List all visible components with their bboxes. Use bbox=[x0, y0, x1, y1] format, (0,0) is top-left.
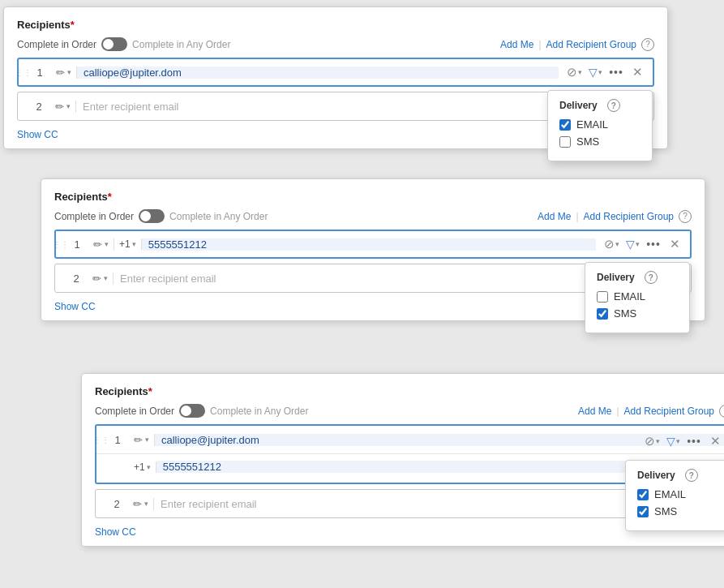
delivery-title-3: Delivery ? bbox=[637, 469, 718, 482]
delivery-dropdown-2: Delivery ? EMAIL SMS bbox=[585, 262, 690, 333]
section-title-2: Recipients* bbox=[54, 191, 692, 203]
filter-btn-1-1[interactable]: ▽ ▾ bbox=[586, 63, 604, 81]
chevron-1-2: ▾ bbox=[66, 102, 71, 110]
email-label-3: EMAIL bbox=[654, 488, 686, 500]
email-input-1-1[interactable] bbox=[77, 67, 559, 79]
row-actions-3-1: ⊘ ▾ ▽ ▾ ••• ✕ bbox=[643, 432, 724, 450]
sms-checkbox-3[interactable] bbox=[637, 506, 649, 517]
pen-icon-2-2: ✏ bbox=[92, 273, 101, 285]
help-icon-2[interactable]: ? bbox=[679, 210, 692, 223]
filter-caret-1-1[interactable]: ▾ bbox=[598, 68, 602, 76]
country-code-3-1[interactable]: +1 ▾ bbox=[129, 461, 156, 473]
phone-input-2-1[interactable] bbox=[142, 238, 596, 251]
drag-handle-1-1[interactable]: ⋮⋮ bbox=[19, 68, 28, 77]
no-sign-btn-2-1[interactable]: ⊘ ▾ bbox=[602, 235, 620, 253]
email-label-2: EMAIL bbox=[614, 290, 645, 303]
country-chevron-3-1: ▾ bbox=[147, 463, 151, 471]
row-number-3-2: 2 bbox=[105, 498, 128, 510]
close-btn-1-1[interactable]: ✕ bbox=[628, 63, 646, 81]
email-checkbox-row-3: EMAIL bbox=[637, 488, 718, 500]
complete-in-order-toggle-2[interactable] bbox=[139, 209, 165, 223]
complete-in-order-toggle-3[interactable] bbox=[179, 404, 205, 418]
more-btn-3-1[interactable]: ••• bbox=[685, 432, 703, 450]
header-actions-1: Add Me | Add Recipient Group ? bbox=[500, 38, 654, 51]
row-number-2-2: 2 bbox=[65, 273, 88, 285]
section-title-3: Recipients* bbox=[95, 385, 724, 397]
email-checkbox-2[interactable] bbox=[597, 291, 608, 303]
role-selector-2-2[interactable]: ✏ ▾ bbox=[88, 273, 114, 285]
pen-icon-3-2: ✏ bbox=[133, 498, 142, 510]
delivery-dropdown-1: Delivery ? EMAIL SMS bbox=[547, 90, 653, 161]
complete-in-order-toggle-1[interactable] bbox=[101, 37, 127, 51]
add-me-link-1[interactable]: Add Me bbox=[500, 39, 533, 50]
help-icon-3[interactable]: ? bbox=[719, 405, 724, 418]
filter-icon-2-1: ▽ bbox=[626, 238, 635, 251]
no-sign-btn-1-1[interactable]: ⊘ ▾ bbox=[565, 63, 583, 81]
show-cc-2[interactable]: Show CC bbox=[54, 301, 96, 312]
no-sign-btn-3-1[interactable]: ⊘ ▾ bbox=[643, 432, 661, 450]
recipients-header-3: Complete in Order Complete in Any Order … bbox=[95, 404, 724, 418]
chevron-2-1: ▾ bbox=[105, 240, 109, 248]
sms-checkbox-1[interactable] bbox=[559, 136, 571, 148]
close-btn-2-1[interactable]: ✕ bbox=[666, 235, 683, 253]
drag-handle-3-1[interactable]: ⋮⋮ bbox=[96, 436, 106, 444]
no-sign-caret-3-1[interactable]: ▾ bbox=[656, 437, 660, 445]
dots-icon-2-1: ••• bbox=[646, 238, 661, 251]
add-me-link-3[interactable]: Add Me bbox=[578, 406, 611, 417]
role-selector-3-1[interactable]: ✏ ▾ bbox=[129, 434, 155, 446]
email-checkbox-1[interactable] bbox=[559, 119, 571, 131]
no-sign-icon-2-1: ⊘ bbox=[604, 237, 615, 251]
delivery-help-icon-1[interactable]: ? bbox=[607, 99, 620, 112]
delivery-dropdown-3: Delivery ? EMAIL SMS bbox=[625, 460, 724, 531]
role-selector-2-1[interactable]: ✏ ▾ bbox=[88, 238, 114, 251]
recipient-row-3-1: ⋮⋮ 1 ✏ ▾ ⊘ ▾ ▽ ▾ ••• ✕ bbox=[95, 424, 724, 484]
email-checkbox-3[interactable] bbox=[637, 489, 649, 500]
close-btn-3-1[interactable]: ✕ bbox=[706, 432, 724, 450]
row-number-2-1: 1 bbox=[66, 238, 88, 251]
recipients-header-2: Complete in Order Complete in Any Order … bbox=[54, 209, 692, 223]
role-selector-3-2[interactable]: ✏ ▾ bbox=[128, 498, 154, 510]
complete-in-order-label-2: Complete in Order bbox=[54, 211, 134, 222]
filter-btn-2-1[interactable]: ▽ ▾ bbox=[623, 235, 641, 253]
filter-caret-2-1[interactable]: ▾ bbox=[636, 240, 640, 248]
no-sign-caret-1-1[interactable]: ▾ bbox=[578, 68, 582, 76]
sms-checkbox-2[interactable] bbox=[597, 308, 608, 320]
pen-icon-3-1: ✏ bbox=[134, 434, 143, 446]
filter-icon-1-1: ▽ bbox=[589, 66, 598, 79]
no-sign-icon-1-1: ⊘ bbox=[567, 65, 577, 79]
help-icon-1[interactable]: ? bbox=[641, 38, 654, 51]
filter-caret-3-1[interactable]: ▾ bbox=[676, 437, 680, 445]
show-cc-3[interactable]: Show CC bbox=[95, 526, 136, 538]
more-btn-2-1[interactable]: ••• bbox=[645, 235, 662, 253]
recipients-header-1: Complete in Order Complete in Any Order … bbox=[17, 37, 654, 51]
add-me-link-2[interactable]: Add Me bbox=[538, 211, 571, 222]
filter-btn-3-1[interactable]: ▽ ▾ bbox=[664, 432, 682, 450]
role-selector-1-2[interactable]: ✏ ▾ bbox=[50, 101, 76, 113]
sms-checkbox-row-3: SMS bbox=[637, 505, 718, 517]
chevron-3-1: ▾ bbox=[145, 436, 149, 444]
delivery-help-icon-2[interactable]: ? bbox=[645, 271, 658, 284]
show-cc-1[interactable]: Show CC bbox=[17, 129, 58, 140]
row-number-1-1: 1 bbox=[28, 67, 51, 79]
complete-in-order-label-3: Complete in Order bbox=[95, 406, 174, 417]
more-btn-1-1[interactable]: ••• bbox=[607, 63, 625, 81]
country-code-label-2-1: +1 bbox=[119, 238, 131, 250]
add-recipient-group-link-2[interactable]: Add Recipient Group bbox=[584, 211, 674, 222]
email-input-3-1[interactable] bbox=[155, 434, 724, 446]
add-recipient-group-link-3[interactable]: Add Recipient Group bbox=[624, 406, 714, 417]
filter-icon-3-1: ▽ bbox=[666, 435, 675, 448]
recipient-row-2-1: ⋮⋮ 1 ✏ ▾ +1 ▾ ⊘ ▾ ▽ ▾ ••• ✕ bbox=[54, 230, 692, 259]
no-sign-caret-2-1[interactable]: ▾ bbox=[615, 240, 619, 248]
country-chevron-2-1: ▾ bbox=[132, 240, 136, 248]
country-code-2-1[interactable]: +1 ▾ bbox=[114, 238, 142, 250]
drag-handle-2-1[interactable]: ⋮⋮ bbox=[56, 240, 66, 249]
delivery-title-1: Delivery ? bbox=[559, 99, 640, 112]
delivery-help-icon-3[interactable]: ? bbox=[685, 469, 698, 482]
role-selector-1-1[interactable]: ✏ ▾ bbox=[51, 67, 77, 79]
recipient-row-1-1: ⋮⋮ 1 ✏ ▾ ⊘ ▾ ▽ ▾ ••• ✕ Delivery ? bbox=[17, 58, 654, 87]
email-checkbox-row-2: EMAIL bbox=[597, 290, 678, 303]
add-recipient-group-link-1[interactable]: Add Recipient Group bbox=[546, 39, 636, 50]
chevron-1-1: ▾ bbox=[67, 68, 71, 76]
recipients-panel-3: Recipients* Complete in Order Complete i… bbox=[81, 373, 724, 547]
sms-checkbox-row-2: SMS bbox=[597, 307, 678, 320]
